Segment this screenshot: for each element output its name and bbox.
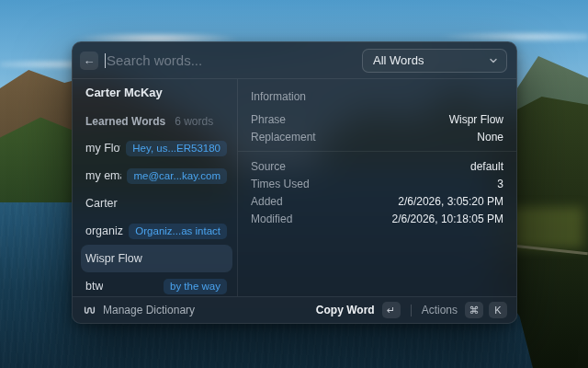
info-value: Wispr Flow	[449, 113, 503, 126]
search-bar: ← All Words	[73, 42, 516, 78]
chevron-down-icon	[489, 56, 498, 65]
info-value: 2/6/2026, 10:18:05 PM	[392, 213, 503, 225]
list-item[interactable]: my Flow ref...Hey, us...ER53180	[81, 134, 232, 162]
list-item-label: my email a...	[85, 169, 121, 182]
learned-words-panel: Carter McKay Learned Words 6 words my Fl…	[73, 79, 238, 296]
search-input[interactable]	[106, 52, 355, 68]
info-label: Source	[251, 160, 286, 173]
list-item[interactable]: Carter	[81, 190, 232, 217]
user-name: Carter McKay	[85, 85, 228, 101]
list-item[interactable]: my email a...me@car...kay.com	[81, 162, 232, 190]
info-row: Added2/6/2026, 3:05:20 PM	[251, 192, 503, 210]
replacement-badge: Organiz...as intact	[129, 224, 227, 239]
footer-bar: Manage Dictionary Copy Word ↵ Actions ⌘ …	[73, 296, 516, 323]
divider	[238, 151, 516, 152]
info-rows: PhraseWispr FlowReplacementNoneSourcedef…	[251, 110, 503, 227]
manage-dictionary-label: Manage Dictionary	[103, 304, 195, 316]
list-item[interactable]: Wispr Flow	[81, 245, 232, 272]
info-row: ReplacementNone	[251, 128, 503, 145]
list-item-label: Carter	[85, 197, 118, 210]
list-item-label: organize th...	[85, 224, 123, 237]
dictionary-search-window: ← All Words Carter McKay Learned Words 6…	[72, 41, 517, 324]
k-key-icon: K	[489, 302, 507, 318]
word-filter-dropdown[interactable]: All Words	[362, 49, 507, 73]
section-label: Learned Words	[85, 115, 165, 128]
copy-word-button[interactable]: Copy Word	[316, 304, 375, 316]
replacement-badge: Hey, us...ER53180	[126, 141, 227, 156]
list-item-label: btw	[85, 280, 103, 293]
information-title: Information	[251, 90, 503, 105]
info-value: 3	[497, 178, 503, 190]
info-label: Modified	[251, 213, 292, 225]
return-key-icon: ↵	[382, 302, 401, 318]
info-value: default	[470, 160, 503, 173]
info-label: Replacement	[251, 131, 316, 144]
replacement-badge: by the way	[164, 279, 227, 294]
info-row: Modified2/6/2026, 10:18:05 PM	[251, 210, 503, 227]
info-value: 2/6/2026, 3:05:20 PM	[398, 195, 503, 208]
info-label: Phrase	[251, 113, 286, 126]
information-panel: Information PhraseWispr FlowReplacementN…	[238, 79, 516, 296]
info-row: Sourcedefault	[251, 157, 503, 175]
section-header: Learned Words 6 words	[85, 115, 228, 128]
list-item-label: my Flow ref...	[85, 142, 120, 155]
wispr-flow-logo-icon	[84, 305, 96, 316]
back-arrow-icon: ←	[84, 54, 96, 66]
info-value: None	[477, 131, 503, 144]
divider	[411, 305, 412, 316]
actions-button[interactable]: Actions	[422, 304, 458, 316]
info-row: Times Used3	[251, 175, 503, 192]
replacement-badge: me@car...kay.com	[127, 168, 227, 184]
main-content: Carter McKay Learned Words 6 words my Fl…	[73, 79, 516, 296]
learned-words-list: my Flow ref...Hey, us...ER53180my email …	[85, 134, 228, 300]
list-item-label: Wispr Flow	[85, 252, 142, 265]
info-label: Added	[251, 195, 283, 208]
info-row: PhraseWispr Flow	[251, 110, 503, 128]
word-count: 6 words	[175, 115, 213, 128]
word-filter-value: All Words	[373, 53, 424, 67]
info-label: Times Used	[251, 178, 310, 190]
manage-dictionary-button[interactable]: Manage Dictionary	[84, 304, 195, 316]
list-item[interactable]: organize th...Organiz...as intact	[81, 217, 232, 245]
back-button[interactable]: ←	[80, 52, 98, 70]
footer-actions: Copy Word ↵ Actions ⌘ K	[316, 302, 507, 318]
command-key-icon: ⌘	[465, 302, 483, 318]
